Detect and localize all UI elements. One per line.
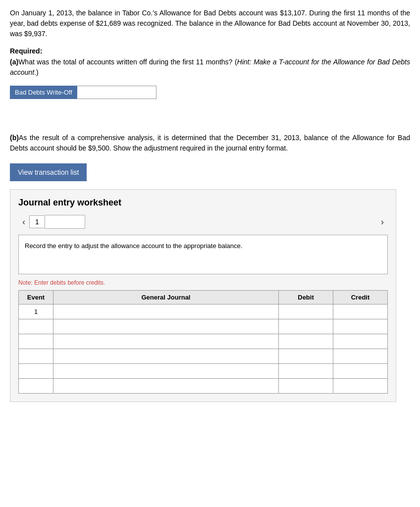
journal-cell-1[interactable] bbox=[53, 304, 279, 319]
debit-cell-5[interactable] bbox=[279, 364, 333, 379]
debit-input-4[interactable] bbox=[279, 349, 333, 363]
col-header-credit: Credit bbox=[333, 291, 388, 304]
required-label: Required: bbox=[10, 47, 410, 55]
table-row bbox=[19, 334, 388, 349]
worksheet-title: Journal entry worksheet bbox=[18, 198, 388, 208]
journal-cell-6[interactable] bbox=[53, 379, 279, 394]
credit-cell-3[interactable] bbox=[333, 334, 388, 349]
journal-worksheet: Journal entry worksheet ‹ 1 › Record the… bbox=[10, 189, 396, 402]
view-transaction-button[interactable]: View transaction list bbox=[10, 163, 87, 181]
journal-input-3[interactable] bbox=[53, 334, 278, 349]
journal-input-5[interactable] bbox=[53, 364, 278, 378]
journal-cell-5[interactable] bbox=[53, 364, 279, 379]
entry-description-box: Record the entry to adjust the allowance… bbox=[18, 235, 388, 274]
table-row: 1 bbox=[19, 304, 388, 319]
journal-cell-3[interactable] bbox=[53, 334, 279, 349]
credit-input-6[interactable] bbox=[333, 379, 387, 393]
journal-cell-2[interactable] bbox=[53, 319, 279, 334]
journal-input-4[interactable] bbox=[53, 349, 278, 363]
debit-input-2[interactable] bbox=[279, 319, 333, 334]
event-cell-4 bbox=[19, 349, 53, 364]
debit-input-5[interactable] bbox=[279, 364, 333, 378]
problem-paragraph: On January 1, 2013, the balance in Tabor… bbox=[10, 8, 410, 39]
debit-cell-3[interactable] bbox=[279, 334, 333, 349]
credit-input-2[interactable] bbox=[333, 319, 387, 334]
credit-cell-1[interactable] bbox=[333, 304, 388, 319]
credit-cell-5[interactable] bbox=[333, 364, 388, 379]
credit-input-1[interactable] bbox=[333, 304, 387, 319]
col-header-journal: General Journal bbox=[53, 291, 279, 304]
debit-cell-4[interactable] bbox=[279, 349, 333, 364]
table-row bbox=[19, 349, 388, 364]
credit-cell-6[interactable] bbox=[333, 379, 388, 394]
page-number-box: 1 bbox=[29, 215, 45, 228]
journal-input-2[interactable] bbox=[53, 319, 278, 334]
part-a-text: What was the total of accounts written o… bbox=[10, 58, 410, 76]
credit-input-3[interactable] bbox=[333, 334, 387, 349]
credit-cell-2[interactable] bbox=[333, 319, 388, 334]
debit-cell-1[interactable] bbox=[279, 304, 333, 319]
credit-input-4[interactable] bbox=[333, 349, 387, 363]
journal-cell-4[interactable] bbox=[53, 349, 279, 364]
journal-table: Event General Journal Debit Credit 1 bbox=[18, 290, 388, 394]
part-b-text: As the result of a comprehensive analysi… bbox=[10, 134, 410, 152]
credit-cell-4[interactable] bbox=[333, 349, 388, 364]
table-row bbox=[19, 379, 388, 394]
journal-input-1[interactable] bbox=[53, 304, 278, 319]
part-a-label: (a) bbox=[10, 58, 18, 66]
prev-page-button[interactable]: ‹ bbox=[18, 217, 29, 227]
debit-input-1[interactable] bbox=[279, 304, 333, 319]
debit-input-3[interactable] bbox=[279, 334, 333, 349]
debit-input-6[interactable] bbox=[279, 379, 333, 393]
event-cell-2 bbox=[19, 319, 53, 334]
credit-input-5[interactable] bbox=[333, 364, 387, 378]
event-cell-3 bbox=[19, 334, 53, 349]
bad-debts-input[interactable] bbox=[77, 86, 157, 99]
col-header-event: Event bbox=[19, 291, 53, 304]
table-row bbox=[19, 364, 388, 379]
event-cell-5 bbox=[19, 364, 53, 379]
next-page-button[interactable]: › bbox=[377, 217, 388, 227]
debit-cell-6[interactable] bbox=[279, 379, 333, 394]
page-tab bbox=[45, 215, 85, 229]
journal-input-6[interactable] bbox=[53, 379, 278, 393]
debit-cell-2[interactable] bbox=[279, 319, 333, 334]
part-b-label: (b) bbox=[10, 134, 19, 142]
note-text: Note: Enter debits before credits. bbox=[18, 279, 388, 286]
event-cell-6 bbox=[19, 379, 53, 394]
table-row bbox=[19, 319, 388, 334]
col-header-debit: Debit bbox=[279, 291, 333, 304]
event-cell-1: 1 bbox=[19, 304, 53, 319]
bad-debts-label: Bad Debts Write-Off bbox=[10, 86, 77, 99]
